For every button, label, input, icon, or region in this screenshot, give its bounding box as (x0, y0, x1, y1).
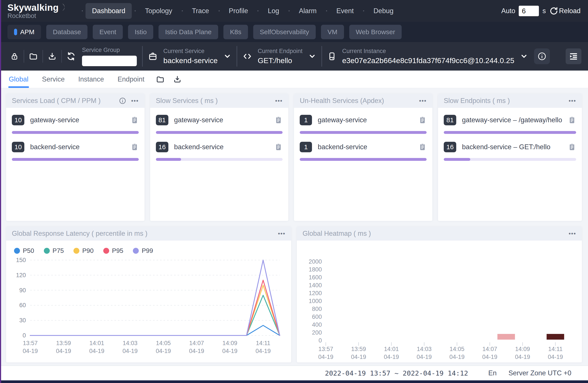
folder-button[interactable] (25, 48, 41, 64)
copy-button[interactable] (130, 116, 139, 124)
view-tab-instance[interactable]: Instance (78, 71, 104, 88)
more-menu-icon[interactable]: ••• (278, 231, 285, 237)
layer-tab-database[interactable]: Database (46, 25, 87, 39)
service-name[interactable]: backend-service (174, 143, 269, 151)
time-range-picker[interactable]: 2022-04-19 13:57 ~ 2022-04-19 14:12 (325, 369, 468, 377)
card-info-button[interactable] (119, 97, 126, 104)
copy-button[interactable] (418, 116, 427, 124)
legend-label: P90 (82, 247, 94, 254)
language-toggle[interactable]: En (488, 369, 497, 377)
server-zone-label[interactable]: Server Zone UTC +0 (508, 369, 571, 377)
service-name[interactable]: backend-service (30, 143, 125, 151)
topnav-item-topology[interactable]: Topology (138, 3, 179, 19)
legend-item-p50[interactable]: P50 (14, 247, 34, 254)
more-menu-icon[interactable]: ••• (419, 98, 427, 104)
svg-text:14:05: 14:05 (156, 340, 171, 346)
legend-item-p90[interactable]: P90 (73, 247, 94, 254)
dashboard-folder-button[interactable] (156, 75, 165, 84)
heatmap-cell-14-08[interactable] (498, 334, 515, 340)
svg-text:1600: 1600 (309, 274, 322, 281)
current-instance-select[interactable]: Current Instance e3e07e2a2b664e8c91fda37… (327, 48, 528, 65)
service-name[interactable]: gateway-service (318, 116, 413, 124)
copy-button[interactable] (130, 143, 139, 151)
layer-tab-k8s[interactable]: K8s (223, 25, 248, 39)
view-tab-service[interactable]: Service (42, 71, 65, 88)
svg-text:14:09: 14:09 (515, 346, 530, 352)
footer-bar: 2022-04-19 13:57 ~ 2022-04-19 14:12 En S… (0, 365, 588, 380)
info-icon (537, 52, 546, 61)
svg-text:90: 90 (19, 287, 26, 294)
svg-text:04-19: 04-19 (318, 354, 333, 360)
layer-tab-web-browser[interactable]: Web Browser (349, 25, 402, 39)
auto-interval-input[interactable] (519, 6, 539, 16)
layer-tab-event[interactable]: Event (93, 25, 123, 39)
service-row: 16backend-service – GET:/hello (444, 142, 576, 152)
device-icon (327, 52, 336, 61)
dashboard-export-button[interactable] (173, 75, 182, 84)
layer-tab-istio[interactable]: Istio (128, 25, 153, 39)
service-name[interactable]: gateway-service (30, 116, 125, 124)
lock-button[interactable] (7, 48, 22, 64)
current-endpoint-select[interactable]: Current Endpoint GET:/hello (242, 48, 316, 65)
series-line-p99 (30, 260, 280, 335)
service-list: 10gateway-service10backend-service (6, 108, 145, 161)
info-button[interactable] (534, 48, 550, 64)
more-menu-icon[interactable]: ••• (569, 231, 576, 237)
topnav-item-event[interactable]: Event (330, 3, 360, 19)
service-list: 1gateway-service1backend-service (294, 108, 432, 161)
topnav-menu: DashboardTopologyTraceProfileLogAlarmEve… (85, 3, 497, 19)
more-menu-icon[interactable]: ••• (131, 98, 139, 104)
service-group-input[interactable] (82, 56, 137, 66)
svg-text:60: 60 (19, 302, 26, 308)
refresh-button[interactable] (63, 48, 79, 64)
copy-button[interactable] (274, 116, 283, 124)
svg-text:04-19: 04-19 (22, 348, 38, 354)
reload-icon (549, 7, 558, 15)
layer-tabs: APMDatabaseEventIstioIstio Data PlaneK8s… (0, 22, 588, 42)
service-name[interactable]: backend-service – GET:/hello (462, 143, 562, 151)
topnav-item-profile[interactable]: Profile (222, 3, 255, 19)
topnav-item-trace[interactable]: Trace (186, 3, 216, 19)
copy-button[interactable] (568, 143, 576, 151)
copy-button[interactable] (418, 143, 427, 151)
legend-item-p95[interactable]: P95 (103, 247, 124, 254)
view-tab-endpoint[interactable]: Endpoint (117, 71, 145, 88)
current-service-select[interactable]: Current Service backend-service (148, 48, 231, 65)
export-button[interactable] (44, 48, 60, 64)
view-tab-global[interactable]: Global (8, 71, 29, 88)
legend-item-p99[interactable]: P99 (133, 247, 153, 254)
topnav-item-debug[interactable]: Debug (367, 3, 400, 19)
service-row: 81gateway-service – /gateway/hello (444, 115, 576, 125)
service-name[interactable]: backend-service (318, 143, 413, 151)
svg-text:14:03: 14:03 (123, 340, 137, 346)
reload-button[interactable]: Reload (549, 7, 581, 15)
legend-dot (44, 248, 50, 254)
topnav-item-log[interactable]: Log (261, 3, 286, 19)
service-name[interactable]: gateway-service (174, 116, 269, 124)
layer-tab-istio-data-plane[interactable]: Istio Data Plane (159, 25, 218, 39)
service-row: 10gateway-service (12, 115, 139, 125)
topnav-item-dashboard[interactable]: Dashboard (85, 3, 132, 19)
reload-label: Reload (559, 7, 581, 15)
metric-bar-fill (12, 131, 139, 134)
copy-button[interactable] (274, 143, 283, 151)
legend-item-p75[interactable]: P75 (44, 247, 64, 254)
more-menu-icon[interactable]: ••• (569, 98, 576, 104)
layer-tab-vm[interactable]: VM (321, 25, 344, 39)
service-name[interactable]: gateway-service – /gateway/hello (462, 116, 562, 124)
heatmap-cell-14-11[interactable] (546, 334, 564, 340)
more-menu-icon[interactable]: ••• (275, 98, 283, 104)
card-header: Services Load ( CPM / PPM )••• (6, 94, 145, 108)
copy-button[interactable] (568, 116, 576, 124)
layer-tab-selfobservability[interactable]: SelfObservability (253, 25, 316, 39)
service-list-item: 81gateway-service – /gateway/hello (444, 115, 576, 134)
topnav-item-alarm[interactable]: Alarm (292, 3, 323, 19)
collapse-panel-button[interactable] (566, 48, 581, 64)
metric-bar-track (12, 158, 139, 161)
app-logo[interactable]: Skywalking Rocketbot (7, 3, 67, 19)
svg-text:04-19: 04-19 (222, 348, 237, 354)
layer-tab-apm[interactable]: APM (7, 25, 41, 39)
metric-bar-track (12, 131, 139, 134)
dashboard-content: Services Load ( CPM / PPM )•••10gateway-… (0, 88, 588, 365)
clipboard-icon (274, 143, 283, 151)
